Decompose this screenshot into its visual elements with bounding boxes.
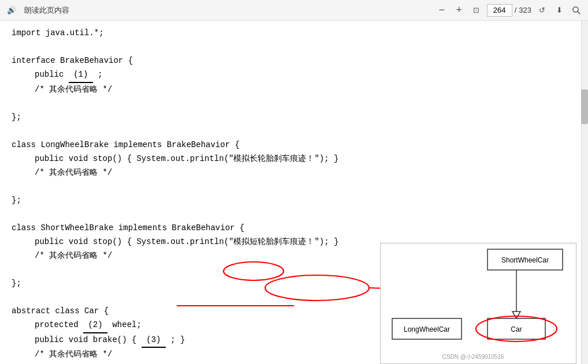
diagram-content: ShortWheelCar Car LongWheelCar CSDN @小24… — [381, 243, 576, 363]
diagram-svg: ShortWheelCar Car LongWheelCar CSDN @小24… — [381, 243, 565, 364]
scrollbar[interactable] — [581, 21, 588, 364]
read-icon[interactable]: 🔊 — [5, 3, 18, 17]
code-line-1: import java.util.*; — [12, 27, 588, 40]
code-line-blank5 — [12, 208, 588, 222]
zoom-out-icon[interactable]: − — [435, 3, 449, 17]
read-label: 朗读此页内容 — [24, 5, 69, 16]
code-line-close1: }; — [12, 111, 588, 125]
page-separator: / — [515, 6, 517, 14]
code-line-blank2 — [12, 97, 588, 111]
code-line-longwheel: class LongWheelBrake implements BrakeBeh… — [12, 138, 588, 152]
blank-2: (2) — [83, 318, 107, 333]
code-line-blank-1: public (1) ; — [12, 68, 588, 83]
svg-marker-13 — [512, 312, 520, 318]
code-line-stop1: public void stop() { System.out.println(… — [12, 152, 588, 166]
refresh-icon[interactable]: ↺ — [535, 3, 549, 17]
page-current-input[interactable] — [487, 4, 512, 17]
code-line-comment2: /* 其余代码省略 */ — [12, 166, 588, 180]
code-line-blank1 — [12, 40, 588, 54]
search-icon[interactable] — [570, 3, 583, 17]
page-navigation: / 323 — [487, 4, 531, 17]
zoom-in-icon[interactable]: + — [452, 3, 466, 17]
svg-text:Car: Car — [511, 325, 522, 333]
code-line-interface: interface BrakeBehavior { — [12, 54, 588, 68]
download-icon[interactable]: ⬇ — [552, 3, 566, 17]
blank-1: (1) — [69, 68, 93, 83]
scrollbar-thumb[interactable] — [581, 89, 588, 124]
code-line-comment1: /* 其余代码省略 */ — [12, 83, 588, 97]
code-line-close2: }; — [12, 194, 588, 208]
toolbar: 🔊 朗读此页内容 − + ⊡ / 323 ↺ ⬇ — [0, 0, 588, 21]
blank-3: (3) — [142, 333, 166, 348]
content-area: import java.util.*; interface BrakeBehav… — [0, 21, 588, 364]
code-line-blank4 — [12, 180, 588, 194]
svg-text:LongWheelCar: LongWheelCar — [404, 325, 450, 333]
expand-icon[interactable]: ⊡ — [470, 3, 483, 17]
code-line-shortwheel: class ShortWheelBrake implements BrakeBe… — [12, 222, 588, 235]
svg-text:ShortWheelCar: ShortWheelCar — [501, 256, 549, 264]
page-total: 323 — [519, 6, 531, 14]
code-line-blank3 — [12, 125, 588, 138]
svg-text:CSDN @小2459010516: CSDN @小2459010516 — [442, 354, 504, 360]
diagram-panel: ShortWheelCar Car LongWheelCar CSDN @小24… — [380, 243, 576, 364]
svg-line-1 — [578, 12, 580, 14]
